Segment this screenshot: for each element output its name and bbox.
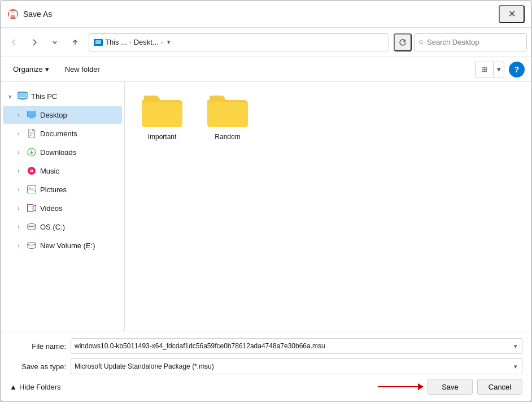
sidebar-label-pictures: Pictures <box>40 185 67 194</box>
svg-rect-7 <box>21 98 24 100</box>
arrow-line <box>378 386 423 387</box>
sidebar-label-os-c: OS (C:) <box>40 223 65 231</box>
sidebar-item-music[interactable]: › Music <box>3 162 122 180</box>
svg-line-4 <box>422 43 423 44</box>
breadcrumb-pc-icon <box>94 39 103 46</box>
breadcrumb-sep1: › <box>129 39 132 46</box>
svg-point-3 <box>420 40 422 43</box>
this-pc-toggle: ∨ <box>5 92 14 101</box>
breadcrumb-bar[interactable]: This ... › Deskt... › ▾ <box>89 33 389 51</box>
folder-important-icon <box>142 96 182 129</box>
view-dropdown-button[interactable]: ▾ <box>493 62 504 77</box>
sidebar-label-downloads: Downloads <box>40 148 76 157</box>
titlebar: Save As ✕ <box>1 1 531 28</box>
file-name-input-wrapper[interactable]: ▾ <box>71 338 522 354</box>
back-button[interactable] <box>5 33 23 51</box>
sidebar-label-videos: Videos <box>40 204 63 213</box>
close-button[interactable]: ✕ <box>499 5 525 23</box>
save-type-dropdown[interactable]: ▾ <box>513 363 518 370</box>
music-toggle: › <box>14 166 23 175</box>
file-name-input[interactable] <box>75 342 513 350</box>
documents-icon <box>27 128 37 139</box>
svg-point-19 <box>31 170 32 171</box>
navbar: This ... › Deskt... › ▾ <box>1 28 531 57</box>
svg-rect-8 <box>20 100 25 100</box>
titlebar-title: Save As <box>23 10 499 19</box>
search-box[interactable] <box>414 33 527 51</box>
videos-icon <box>27 203 37 213</box>
bottom-bar: File name: ▾ Save as type: ▾ ▲ Hide Fold… <box>1 331 531 401</box>
svg-rect-6 <box>19 93 26 98</box>
breadcrumb-dropdown[interactable]: ▾ <box>167 38 171 46</box>
videos-toggle: › <box>14 204 23 213</box>
hide-folders-arrow: ▲ <box>10 383 17 391</box>
toolbar: Organize ▾ New folder ⊞ ▾ ? <box>1 57 531 82</box>
sidebar-label-music: Music <box>40 167 59 175</box>
arrow-indicator <box>378 386 423 387</box>
desktop-toggle: › <box>14 110 23 119</box>
file-area: Important Random <box>125 82 531 331</box>
folder-random[interactable]: Random <box>199 91 256 145</box>
sidebar-item-this-pc[interactable]: ∨ This PC <box>3 87 122 105</box>
pictures-toggle: › <box>14 185 23 194</box>
hide-folders-button[interactable]: ▲ Hide Folders <box>10 383 61 391</box>
svg-point-25 <box>28 243 36 245</box>
svg-rect-10 <box>28 112 36 116</box>
new-volume-e-icon <box>27 240 37 250</box>
folder-important-label: Important <box>148 133 177 141</box>
up-button[interactable] <box>66 33 84 51</box>
sidebar-label-this-pc: This PC <box>31 92 57 101</box>
view-controls: ⊞ ▾ <box>475 62 504 77</box>
desktop-icon <box>27 110 37 120</box>
sidebar-label-new-volume-e: New Volume (E:) <box>40 241 95 250</box>
forward-button[interactable] <box>25 33 43 51</box>
search-icon <box>419 39 424 46</box>
save-button[interactable]: Save <box>428 379 473 395</box>
new-volume-e-toggle: › <box>14 241 23 250</box>
save-type-row: Save as type: ▾ <box>10 358 522 374</box>
sidebar-item-downloads[interactable]: › Downloads <box>3 143 122 161</box>
save-type-input <box>75 362 513 370</box>
downloads-toggle: › <box>14 148 23 157</box>
organize-button[interactable]: Organize ▾ <box>7 62 55 77</box>
view-mode-button[interactable]: ⊞ <box>475 62 493 77</box>
svg-rect-11 <box>30 117 33 118</box>
sidebar: ∨ This PC › <box>1 82 125 331</box>
sidebar-label-desktop: Desktop <box>40 111 67 119</box>
os-c-toggle: › <box>14 222 23 231</box>
svg-rect-1 <box>11 15 15 18</box>
file-name-label: File name: <box>10 342 66 351</box>
file-name-dropdown[interactable]: ▾ <box>513 343 518 350</box>
save-type-label: Save as type: <box>10 362 66 371</box>
sidebar-item-videos[interactable]: › Videos <box>3 199 122 217</box>
sidebar-item-new-volume-e[interactable]: › New Volume (E:) <box>3 236 122 254</box>
svg-rect-2 <box>11 11 14 14</box>
folder-random-icon <box>207 96 248 129</box>
cancel-button[interactable]: Cancel <box>477 379 522 395</box>
sidebar-item-documents[interactable]: › Documents <box>3 124 122 142</box>
sidebar-item-desktop[interactable]: › Desktop <box>3 106 122 124</box>
refresh-button[interactable] <box>394 33 412 51</box>
nav-dropdown-button[interactable] <box>46 33 64 51</box>
search-input[interactable] <box>427 38 522 46</box>
save-type-input-wrapper[interactable]: ▾ <box>71 358 522 374</box>
svg-rect-22 <box>28 205 33 212</box>
pictures-icon <box>27 184 37 194</box>
new-folder-button[interactable]: New folder <box>59 62 106 77</box>
main-area: ∨ This PC › <box>1 82 531 331</box>
help-button[interactable]: ? <box>509 62 525 77</box>
svg-point-24 <box>28 227 36 230</box>
breadcrumb-part1: This ... <box>105 38 127 46</box>
save-as-dialog: Save As ✕ This ... › Deskt... › ▾ <box>0 0 532 402</box>
os-c-icon <box>27 222 37 232</box>
breadcrumb-sep2: › <box>161 39 163 46</box>
monitor-icon <box>18 91 28 101</box>
svg-rect-12 <box>29 118 34 119</box>
action-buttons: Save Cancel <box>378 379 522 395</box>
sidebar-item-pictures[interactable]: › Pictures <box>3 180 122 198</box>
action-row: ▲ Hide Folders Save Cancel <box>10 379 522 395</box>
folder-important[interactable]: Important <box>134 91 190 145</box>
titlebar-icon <box>7 8 19 20</box>
sidebar-item-os-c[interactable]: › OS (C:) <box>3 218 122 236</box>
breadcrumb-part2: Deskt... <box>134 38 159 46</box>
